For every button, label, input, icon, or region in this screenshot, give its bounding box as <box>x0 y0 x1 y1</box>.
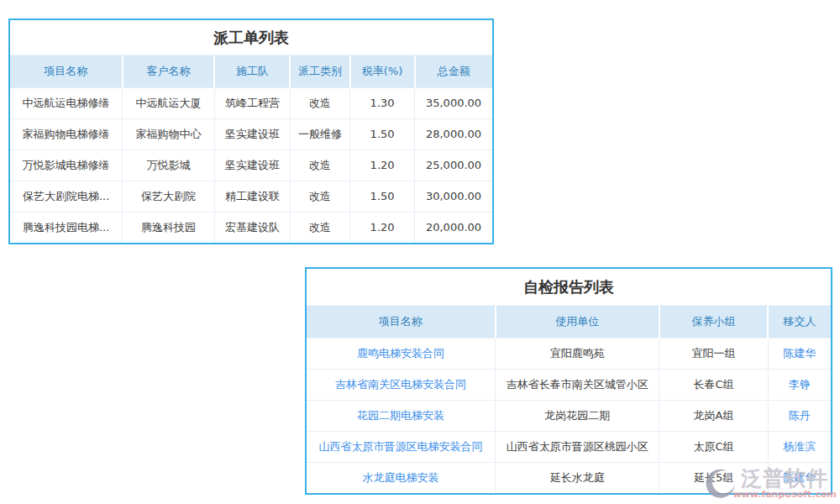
inspection-table-body: 鹿鸣电梯安装合同 宜阳鹿鸣苑 宜阳一组 陈建华 吉林省南关区电梯安装合同 吉林省… <box>307 338 831 493</box>
cell-using-unit: 山西省太原市晋源区桃园小区 <box>496 431 659 462</box>
cell-total-amount: 25,000.00 <box>415 150 492 181</box>
dispatch-table-body: 中远航运电梯修缮 中远航运大厦 筑峰工程营 改造 1.30 35,000.00 … <box>10 87 492 243</box>
dispatch-table-row[interactable]: 家福购物电梯修缮 家福购物中心 坚实建设班 一般维修 1.50 28,000.0… <box>10 118 492 150</box>
cell-construction-team: 坚实建设班 <box>214 118 290 150</box>
cell-using-unit: 龙岗花园二期 <box>496 400 659 431</box>
cell-dispatch-category: 改造 <box>290 150 349 181</box>
cell-construction-team: 宏基建设队 <box>214 212 290 243</box>
cell-tax-rate: 1.20 <box>350 150 415 181</box>
dispatch-column-tax-rate: 税率(%) <box>350 55 415 87</box>
cell-maintenance-group: 太原C组 <box>659 431 768 462</box>
dispatch-orders-table: 项目名称 客户名称 施工队 派工类别 税率(%) 总金额 中远航运电梯修缮 中远… <box>10 55 492 243</box>
inspection-table-row[interactable]: 水龙庭电梯安装 延长水龙庭 延长5组 陈建华 <box>307 462 831 493</box>
cell-total-amount: 35,000.00 <box>415 87 492 118</box>
inspection-column-unit: 使用单位 <box>496 306 659 338</box>
dispatch-table-row[interactable]: 保艺大剧院电梯... 保艺大剧院 精工建设联 改造 1.50 30,000.00 <box>10 181 492 212</box>
cell-project-name: 腾逸科技园电梯... <box>10 212 123 243</box>
dispatch-column-team: 施工队 <box>214 55 290 87</box>
dispatch-column-customer: 客户名称 <box>123 55 215 87</box>
cell-dispatch-category: 一般维修 <box>290 118 349 150</box>
cell-construction-team: 坚实建设班 <box>214 150 290 181</box>
inspection-report-table: 项目名称 使用单位 保养小组 移交人 鹿鸣电梯安装合同 宜阳鹿鸣苑 宜阳一组 陈… <box>307 306 831 493</box>
inspection-table-row[interactable]: 鹿鸣电梯安装合同 宜阳鹿鸣苑 宜阳一组 陈建华 <box>307 338 831 369</box>
cell-using-unit: 延长水龙庭 <box>496 462 659 493</box>
dispatch-header-row: 项目名称 客户名称 施工队 派工类别 税率(%) 总金额 <box>10 55 492 87</box>
inspection-report-title: 自检报告列表 <box>307 269 831 306</box>
cell-total-amount: 20,000.00 <box>415 212 492 243</box>
inspection-column-group: 保养小组 <box>659 306 768 338</box>
cell-project-name: 中远航运电梯修缮 <box>10 87 123 118</box>
cell-using-unit: 吉林省长春市南关区城管小区 <box>496 369 659 400</box>
cell-project-link[interactable]: 吉林省南关区电梯安装合同 <box>307 369 496 400</box>
cell-tax-rate: 1.20 <box>350 212 415 243</box>
dispatch-column-project: 项目名称 <box>10 55 123 87</box>
cell-maintenance-group: 长春C组 <box>659 369 768 400</box>
inspection-report-panel: 自检报告列表 项目名称 使用单位 保养小组 移交人 鹿鸣电梯安装合同 宜阳鹿鸣苑… <box>305 267 832 495</box>
cell-maintenance-group: 宜阳一组 <box>659 338 768 369</box>
dispatch-table-row[interactable]: 中远航运电梯修缮 中远航运大厦 筑峰工程营 改造 1.30 35,000.00 <box>10 87 492 118</box>
cell-customer-name: 腾逸科技园 <box>123 212 215 243</box>
inspection-table-row[interactable]: 山西省太原市晋源区电梯安装合同 山西省太原市晋源区桃园小区 太原C组 杨淮滨 <box>307 431 831 462</box>
dispatch-table-row[interactable]: 腾逸科技园电梯... 腾逸科技园 宏基建设队 改造 1.20 20,000.00 <box>10 212 492 243</box>
cell-customer-name: 中远航运大厦 <box>123 87 215 118</box>
cell-transfer-person-link[interactable]: 陈丹 <box>768 400 831 431</box>
cell-total-amount: 30,000.00 <box>415 181 492 212</box>
cell-dispatch-category: 改造 <box>290 212 349 243</box>
cell-project-link[interactable]: 鹿鸣电梯安装合同 <box>307 338 496 369</box>
cell-total-amount: 28,000.00 <box>415 118 492 150</box>
inspection-table-row[interactable]: 花园二期电梯安装 龙岗花园二期 龙岗A组 陈丹 <box>307 400 831 431</box>
cell-project-link[interactable]: 花园二期电梯安装 <box>307 400 496 431</box>
cell-project-name: 万悦影城电梯修缮 <box>10 150 123 181</box>
cell-transfer-person-link[interactable]: 杨淮滨 <box>768 431 831 462</box>
inspection-column-person: 移交人 <box>768 306 831 338</box>
inspection-table-row[interactable]: 吉林省南关区电梯安装合同 吉林省长春市南关区城管小区 长春C组 李铮 <box>307 369 831 400</box>
cell-transfer-person-link[interactable]: 陈建华 <box>768 462 831 493</box>
cell-project-link[interactable]: 水龙庭电梯安装 <box>307 462 496 493</box>
cell-tax-rate: 1.30 <box>350 87 415 118</box>
cell-transfer-person-link[interactable]: 陈建华 <box>768 338 831 369</box>
cell-tax-rate: 1.50 <box>350 118 415 150</box>
cell-customer-name: 家福购物中心 <box>123 118 215 150</box>
inspection-column-project: 项目名称 <box>307 306 496 338</box>
cell-construction-team: 精工建设联 <box>214 181 290 212</box>
dispatch-column-category: 派工类别 <box>290 55 349 87</box>
cell-tax-rate: 1.50 <box>350 181 415 212</box>
dispatch-orders-panel: 派工单列表 项目名称 客户名称 施工队 派工类别 税率(%) 总金额 中远航运电… <box>8 18 494 244</box>
cell-project-link[interactable]: 山西省太原市晋源区电梯安装合同 <box>307 431 496 462</box>
cell-project-name: 保艺大剧院电梯... <box>10 181 123 212</box>
cell-dispatch-category: 改造 <box>290 87 349 118</box>
dispatch-column-amount: 总金额 <box>415 55 492 87</box>
cell-maintenance-group: 龙岗A组 <box>659 400 768 431</box>
cell-construction-team: 筑峰工程营 <box>214 87 290 118</box>
cell-project-name: 家福购物电梯修缮 <box>10 118 123 150</box>
cell-dispatch-category: 改造 <box>290 181 349 212</box>
cell-maintenance-group: 延长5组 <box>659 462 768 493</box>
dispatch-table-row[interactable]: 万悦影城电梯修缮 万悦影城 坚实建设班 改造 1.20 25,000.00 <box>10 150 492 181</box>
cell-customer-name: 保艺大剧院 <box>123 181 215 212</box>
cell-using-unit: 宜阳鹿鸣苑 <box>496 338 659 369</box>
dispatch-orders-title: 派工单列表 <box>10 20 492 55</box>
cell-customer-name: 万悦影城 <box>123 150 215 181</box>
cell-transfer-person-link[interactable]: 李铮 <box>768 369 831 400</box>
inspection-header-row: 项目名称 使用单位 保养小组 移交人 <box>307 306 831 338</box>
